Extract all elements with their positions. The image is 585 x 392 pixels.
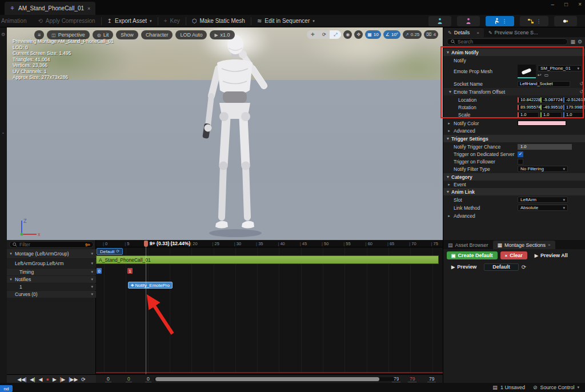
- location-x-input[interactable]: 10.842228: [518, 97, 539, 103]
- use-selected-icon[interactable]: ↩: [538, 73, 542, 78]
- reset-icon[interactable]: ↺: [579, 81, 583, 86]
- animation-shortcut-button[interactable]: ⋮: [486, 16, 514, 26]
- link-method-dropdown[interactable]: Absolute▾: [518, 205, 568, 211]
- track-notify-1[interactable]: 1▾: [7, 283, 96, 290]
- scale-x-input[interactable]: 1.0: [518, 112, 539, 118]
- settings-gear-icon[interactable]: ⚙: [578, 39, 582, 45]
- collapsed-panel-strip[interactable]: ⚙ •: [0, 27, 7, 383]
- timeline-filter-input[interactable]: Filter 9+: [9, 241, 94, 248]
- details-tab-close-icon[interactable]: ×: [476, 30, 479, 35]
- grid-snap-button[interactable]: ▦10: [365, 30, 380, 39]
- track-slot[interactable]: LeftArmGroup.LeftArm▾: [7, 259, 96, 268]
- export-asset-button[interactable]: ↥ Export Asset▾: [102, 15, 158, 27]
- track-notifies[interactable]: ▾Notifies▾: [7, 276, 96, 283]
- track-montage-group[interactable]: ▾Montage (LeftArmGroup)▾: [7, 249, 96, 258]
- rotation-z-input[interactable]: 179.998978: [563, 105, 584, 110]
- scale-mode-icon[interactable]: ⤢: [330, 30, 341, 39]
- edit-in-sequencer-button[interactable]: ≋ Edit in Sequencer▾: [251, 15, 320, 27]
- tab-details[interactable]: ✎ Details ×: [443, 28, 484, 37]
- mesh-thumbnail[interactable]: [518, 65, 536, 78]
- blueprint-options-icon[interactable]: ⋮: [536, 18, 542, 24]
- current-frame[interactable]: 79: [408, 376, 416, 382]
- timeline-track-area[interactable]: 051015202530354045505560657075 9+ (0.33)…: [96, 240, 443, 374]
- default-section-chip[interactable]: Default ⟳: [97, 248, 123, 255]
- scale-snap-button[interactable]: ↗0.25: [403, 30, 422, 39]
- asset-tab-close-icon[interactable]: ×: [87, 6, 90, 11]
- location-y-input[interactable]: -5.067724: [540, 97, 562, 103]
- character-button[interactable]: Character: [141, 30, 173, 39]
- skeleton-shortcut-button[interactable]: [428, 16, 451, 26]
- mesh-shortcut-button[interactable]: [457, 16, 480, 26]
- to-front-button[interactable]: ◀◀|: [17, 377, 26, 382]
- montage-segment-bar[interactable]: A_Stand_PhoneCall_01: [96, 255, 439, 264]
- mesh-asset-dropdown[interactable]: SM_Phone_01▾: [538, 65, 582, 71]
- working-range-start[interactable]: 0: [126, 376, 132, 382]
- close-icon[interactable]: ×: [578, 1, 582, 7]
- anim-link-header[interactable]: ▼Anim Link: [443, 188, 585, 195]
- view-range-end[interactable]: 79: [427, 376, 436, 382]
- key-button[interactable]: + Key: [158, 15, 186, 27]
- play-button[interactable]: ▶: [53, 377, 57, 382]
- display-filter-icon[interactable]: ▦: [570, 39, 575, 45]
- unsaved-indicator[interactable]: ▤ 1 Unsaved: [492, 385, 525, 390]
- record-button[interactable]: ●: [46, 377, 49, 382]
- angle-snap-button[interactable]: ∠10°: [383, 30, 400, 39]
- slot-dropdown[interactable]: LeftArm▾: [518, 197, 568, 203]
- to-end-button[interactable]: |▶▶: [69, 377, 78, 382]
- lod-auto-button[interactable]: LOD Auto: [175, 30, 207, 39]
- world-space-button[interactable]: ◉: [343, 30, 352, 39]
- emote-transform-offset-header[interactable]: ▼Emote Transform Offset ↺: [443, 88, 585, 95]
- 3d-viewport[interactable]: ≡ ◫ Perspective ◍ Lit Show Character LOD…: [7, 27, 443, 240]
- scale-y-input[interactable]: 1.0: [540, 112, 562, 118]
- trigger-chance-input[interactable]: 1.0: [518, 144, 572, 150]
- surface-snap-button[interactable]: ✥: [354, 30, 363, 39]
- transform-mode-segment[interactable]: ✛ ⟳ ⤢: [307, 30, 341, 39]
- montage-tab-close-icon[interactable]: ×: [548, 242, 551, 247]
- socket-name-input[interactable]: LeftHand_Socket: [518, 81, 570, 87]
- show-button[interactable]: Show: [116, 30, 138, 39]
- animation-options-icon[interactable]: ⋮: [502, 18, 507, 24]
- apply-compression-button[interactable]: ⟲ Apply Compression: [32, 15, 101, 27]
- rotate-icon[interactable]: ⟳: [318, 30, 330, 39]
- source-control-button[interactable]: ⊘ Source Control ▾: [533, 385, 579, 390]
- rotation-x-input[interactable]: 89.995574: [518, 105, 539, 110]
- default-section-button[interactable]: Default: [484, 263, 519, 271]
- physics-shortcut-button[interactable]: [554, 16, 577, 26]
- track-timing[interactable]: Timing▾: [7, 269, 96, 275]
- minimize-icon[interactable]: –: [551, 1, 555, 7]
- timing-marker-1[interactable]: 1: [127, 268, 133, 274]
- track-curves[interactable]: Curves (0)▾: [7, 291, 96, 298]
- notify-filter-dropdown[interactable]: No Filtering▾: [518, 166, 568, 172]
- tab-preview-scene-settings[interactable]: ✎ Preview Scene S...: [484, 28, 543, 37]
- preview-all-button[interactable]: ▶ Preview All: [530, 251, 572, 259]
- loop-button[interactable]: ⟳: [81, 377, 86, 382]
- category-header[interactable]: ▼Category: [443, 173, 585, 181]
- camera-speed-button[interactable]: ⌧4: [424, 30, 438, 39]
- playback-range-start[interactable]: 0: [145, 376, 151, 382]
- playback-range-end[interactable]: 79: [392, 376, 400, 382]
- timing-marker-0[interactable]: 0: [97, 268, 102, 274]
- browse-to-asset-icon[interactable]: ▭: [544, 73, 549, 78]
- advanced-row-2[interactable]: ▸Advanced: [443, 212, 585, 219]
- rotation-y-input[interactable]: -49.995107: [540, 105, 562, 110]
- blueprint-shortcut-button[interactable]: ⋮: [520, 16, 548, 26]
- scale-z-input[interactable]: 1.0: [563, 112, 584, 118]
- dedicated-server-checkbox[interactable]: ✓: [518, 151, 523, 157]
- playhead-marker[interactable]: [144, 241, 148, 247]
- step-forward-button[interactable]: |▶: [60, 377, 65, 382]
- reset-icon[interactable]: ↺: [579, 89, 583, 94]
- create-default-button[interactable]: ▣ Create Default: [447, 251, 498, 259]
- tab-montage-sections[interactable]: ▦ Montage Sections ×: [493, 241, 555, 249]
- anim-notify-section-header[interactable]: ▼Anim Notify: [443, 49, 585, 56]
- translate-icon[interactable]: ✛: [307, 30, 318, 39]
- reload-icon[interactable]: ⟳: [522, 264, 526, 270]
- follower-checkbox[interactable]: [518, 159, 523, 165]
- clear-button[interactable]: × Clear: [500, 251, 527, 259]
- playback-speed-button[interactable]: ▶ x1.0: [210, 30, 234, 39]
- advanced-row-1[interactable]: ▸Advanced: [443, 127, 585, 134]
- maximize-icon[interactable]: □: [564, 1, 568, 7]
- trigger-settings-header[interactable]: ▼Trigger Settings: [443, 135, 585, 142]
- location-z-input[interactable]: -0.512617: [563, 97, 584, 103]
- asset-tab[interactable]: ⚘ AM_Stand_PhoneCall_01 ×: [5, 2, 95, 15]
- event-row[interactable]: ▸Event: [443, 181, 585, 188]
